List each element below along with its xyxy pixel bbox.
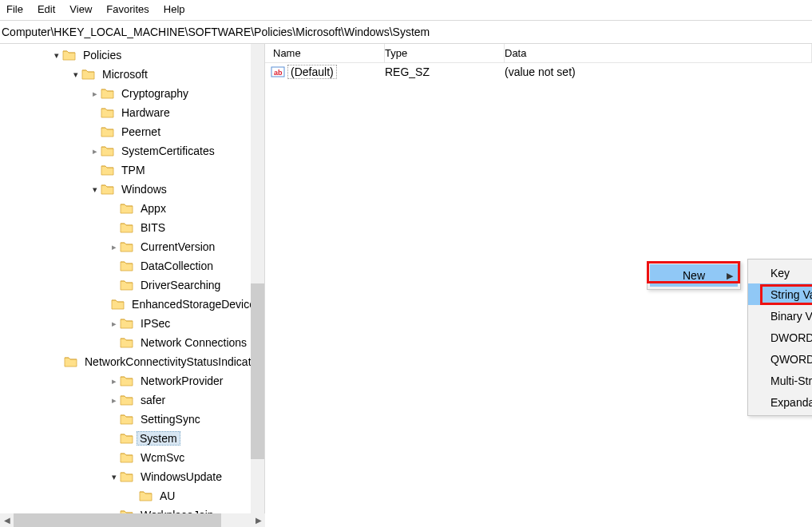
- tree-item-label: IPSec: [137, 317, 173, 330]
- folder-icon: [120, 202, 134, 215]
- tree-item-label: SettingSync: [137, 413, 204, 426]
- submenu-item-dword-32-bit-value[interactable]: DWORD (32-bit) Value: [748, 327, 812, 348]
- column-header-data[interactable]: Data: [505, 44, 812, 62]
- tree-item-network-connections[interactable]: Network Connections: [0, 333, 264, 352]
- horizontal-scrollbar-track[interactable]: [14, 513, 252, 527]
- value-data: (value not set): [505, 65, 812, 78]
- value-list-pane: Name Type Data ab(Default)REG_SZ(value n…: [265, 44, 812, 516]
- tree-item-cryptography[interactable]: Cryptography: [0, 84, 264, 103]
- folder-icon: [120, 451, 134, 464]
- folder-icon: [101, 125, 115, 138]
- tree-twisty-icon[interactable]: [109, 472, 120, 482]
- tree-twisty-icon[interactable]: [109, 395, 120, 406]
- address-text: Computer\HKEY_LOCAL_MACHINE\SOFTWARE\Pol…: [2, 26, 430, 38]
- tree-item-networkprovider[interactable]: NetworkProvider: [0, 371, 264, 390]
- tree-pane: PoliciesMicrosoftCryptographyHardwarePee…: [0, 44, 265, 516]
- folder-icon: [120, 221, 134, 234]
- tree-item-datacollection[interactable]: DataCollection: [0, 256, 264, 275]
- value-row[interactable]: ab(Default)REG_SZ(value not set): [265, 63, 812, 81]
- folder-icon: [120, 260, 134, 272]
- list-header: Name Type Data: [265, 44, 812, 63]
- context-menu[interactable]: New ▶: [647, 261, 741, 290]
- tree-twisty-icon[interactable]: [89, 146, 101, 157]
- tree-item-appx[interactable]: Appx: [0, 199, 264, 218]
- menu-bar: FileEditViewFavoritesHelp: [0, 0, 812, 18]
- folder-icon: [120, 394, 134, 406]
- tree-item-label: WcmSvc: [137, 451, 188, 464]
- submenu-item-string-value[interactable]: String Value: [748, 283, 812, 305]
- folder-icon: [101, 145, 115, 157]
- tree-item-ipsec[interactable]: IPSec: [0, 314, 264, 333]
- folder-icon: [120, 336, 134, 349]
- folder-icon: [101, 106, 115, 119]
- folder-icon: [120, 240, 134, 253]
- folder-icon: [101, 87, 115, 100]
- tree-item-label: EnhancedStorageDevices: [129, 298, 264, 311]
- tree-item-label: AU: [156, 489, 178, 502]
- new-submenu[interactable]: KeyString ValueBinary ValueDWORD (32-bit…: [747, 259, 812, 416]
- tree-item-label: Appx: [137, 202, 169, 215]
- scroll-left-button[interactable]: ◀: [0, 513, 14, 527]
- menu-help[interactable]: Help: [164, 3, 185, 15]
- tree-item-label: CurrentVersion: [137, 240, 218, 253]
- tree-item-microsoft[interactable]: Microsoft: [0, 65, 264, 84]
- folder-icon: [120, 432, 134, 445]
- tree-item-tpm[interactable]: TPM: [0, 160, 264, 180]
- registry-tree[interactable]: PoliciesMicrosoftCryptographyHardwarePee…: [0, 44, 264, 516]
- folder-icon: [120, 413, 134, 426]
- tree-twisty-icon[interactable]: [89, 184, 101, 195]
- folder-icon: [101, 183, 115, 196]
- column-header-name[interactable]: Name: [265, 44, 385, 62]
- submenu-item-multi-string-value[interactable]: Multi-String Value: [748, 370, 812, 391]
- tree-item-safer[interactable]: safer: [0, 390, 264, 410]
- tree-item-bits[interactable]: BITS: [0, 218, 264, 237]
- tree-item-currentversion[interactable]: CurrentVersion: [0, 237, 264, 256]
- menu-file[interactable]: File: [6, 3, 23, 15]
- tree-item-hardware[interactable]: Hardware: [0, 103, 264, 122]
- folder-icon: [111, 298, 125, 311]
- tree-item-wcmsvc[interactable]: WcmSvc: [0, 448, 264, 467]
- tree-twisty-icon[interactable]: [51, 50, 62, 61]
- vertical-scrollbar[interactable]: [251, 44, 264, 516]
- horizontal-scrollbar-thumb[interactable]: [14, 513, 221, 527]
- submenu-item-qword-64-bit-value[interactable]: QWORD (64-bit) Value: [748, 348, 812, 370]
- tree-item-label: NetworkProvider: [137, 374, 226, 387]
- menu-view[interactable]: View: [69, 3, 92, 15]
- submenu-item-expandable-string-value[interactable]: Expandable String Value: [748, 391, 812, 413]
- menu-item-new-label: New: [683, 269, 705, 282]
- tree-item-windowsupdate[interactable]: WindowsUpdate: [0, 467, 264, 486]
- menu-item-new[interactable]: New ▶: [650, 264, 738, 287]
- horizontal-scrollbar[interactable]: ◀ ▶: [0, 513, 265, 527]
- tree-item-label: Microsoft: [99, 68, 151, 81]
- vertical-scrollbar-thumb[interactable]: [251, 283, 264, 459]
- tree-twisty-icon[interactable]: [109, 242, 120, 252]
- menu-favorites[interactable]: Favorites: [106, 3, 149, 15]
- tree-item-enhancedstoragedevices[interactable]: EnhancedStorageDevices: [0, 295, 264, 314]
- folder-icon: [120, 317, 134, 330]
- tree-item-au[interactable]: AU: [0, 486, 264, 505]
- tree-twisty-icon[interactable]: [70, 69, 81, 80]
- folder-icon: [139, 489, 153, 502]
- value-name: (Default): [287, 65, 337, 79]
- tree-item-system[interactable]: System: [0, 429, 264, 448]
- tree-item-label: safer: [137, 394, 168, 406]
- tree-twisty-icon[interactable]: [109, 376, 120, 386]
- tree-item-systemcertificates[interactable]: SystemCertificates: [0, 141, 264, 160]
- scroll-right-button[interactable]: ▶: [252, 513, 265, 527]
- address-bar[interactable]: Computer\HKEY_LOCAL_MACHINE\SOFTWARE\Pol…: [0, 21, 812, 44]
- string-value-icon: ab: [270, 65, 286, 79]
- submenu-item-key[interactable]: Key: [748, 262, 812, 283]
- tree-item-peernet[interactable]: Peernet: [0, 122, 264, 141]
- menu-edit[interactable]: Edit: [38, 3, 55, 15]
- tree-item-settingsync[interactable]: SettingSync: [0, 410, 264, 429]
- submenu-item-binary-value[interactable]: Binary Value: [748, 305, 812, 327]
- tree-item-driversearching[interactable]: DriverSearching: [0, 275, 264, 295]
- column-header-type[interactable]: Type: [385, 44, 505, 62]
- tree-item-windows[interactable]: Windows: [0, 180, 264, 199]
- tree-item-networkconnectivitystatusindicator[interactable]: NetworkConnectivityStatusIndicator: [0, 352, 264, 371]
- tree-item-label: Policies: [80, 49, 125, 61]
- tree-twisty-icon[interactable]: [109, 319, 120, 329]
- tree-item-policies[interactable]: Policies: [0, 46, 264, 65]
- tree-item-label: Hardware: [118, 106, 173, 119]
- tree-twisty-icon[interactable]: [89, 89, 101, 99]
